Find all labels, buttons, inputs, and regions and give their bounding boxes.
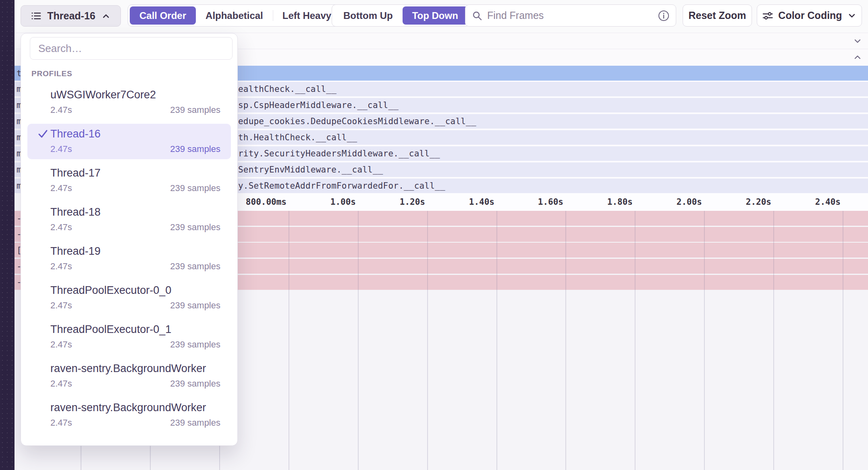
- profiles-section-label: PROFILES: [31, 69, 237, 78]
- profiler-flamegraph-screen: t m ealthCheck.__call__ m sp.CspHeaderMi…: [0, 0, 868, 470]
- profile-list-item[interactable]: ThreadPoolExecutor-0_0 2.47s 239 samples: [27, 280, 231, 316]
- time-gridline: [704, 211, 705, 470]
- checkmark-icon: [35, 363, 50, 374]
- app-sidebar-edge: [0, 0, 15, 470]
- profile-duration: 2.47s: [50, 261, 72, 272]
- time-axis-tick-label: 1.20s: [357, 197, 425, 207]
- flame-bar-function-name: rity.SecurityHeadersMiddleware.__call__: [238, 149, 440, 158]
- profiles-list: uWSGIWorker7Core2 2.47s 239 samples Thre…: [21, 85, 237, 433]
- checkmark-icon: [35, 207, 50, 218]
- profile-name: Thread-18: [50, 206, 101, 218]
- flame-bar-function-name: edupe_cookies.DedupeCookiesMiddleware.__…: [238, 116, 476, 126]
- profile-sample-count: 239 samples: [170, 222, 220, 233]
- time-axis-tick-label: 1.00s: [287, 197, 356, 207]
- checkmark-icon: [35, 129, 50, 139]
- profile-name: uWSGIWorker7Core2: [50, 89, 156, 101]
- flame-bar-function-name: th.HealthCheck.__call__: [238, 133, 357, 142]
- find-frames-input[interactable]: [486, 9, 654, 22]
- view-mode-option[interactable]: Bottom Up: [334, 6, 403, 25]
- profile-sample-count: 239 samples: [170, 418, 220, 428]
- checkmark-icon: [35, 246, 50, 257]
- time-gridline: [565, 211, 566, 470]
- profile-list-item[interactable]: Thread-17 2.47s 239 samples: [27, 163, 231, 198]
- flame-bar-function-name: y.SetRemoteAddrFromForwardedFor.__call__: [238, 181, 445, 191]
- profile-sample-count: 239 samples: [170, 144, 220, 154]
- profile-sample-count: 239 samples: [170, 105, 220, 115]
- search-icon: [472, 10, 482, 21]
- sort-mode-option[interactable]: Alphabetical: [196, 6, 273, 25]
- chevron-up-icon[interactable]: [853, 52, 862, 62]
- reset-zoom-label: Reset Zoom: [688, 10, 746, 21]
- profile-duration: 2.47s: [50, 378, 72, 389]
- checkmark-icon: [35, 402, 50, 413]
- dropdown-search-box[interactable]: [30, 37, 233, 60]
- profile-list-item[interactable]: uWSGIWorker7Core2 2.47s 239 samples: [27, 85, 231, 120]
- time-gridline: [843, 211, 843, 470]
- profile-sample-count: 239 samples: [170, 183, 220, 193]
- sort-mode-segmented-control: Call Order Alphabetical Left Heavy: [128, 4, 343, 27]
- profile-duration: 2.47s: [50, 418, 72, 428]
- time-gridline: [289, 211, 289, 470]
- view-mode-segmented-control: Bottom Up Top Down: [332, 4, 470, 27]
- list-icon: [31, 10, 42, 21]
- profile-sample-count: 239 samples: [170, 339, 220, 350]
- reset-zoom-button[interactable]: Reset Zoom: [683, 4, 752, 27]
- profile-name: Thread-19: [50, 245, 101, 258]
- profile-duration: 2.47s: [50, 183, 72, 193]
- profile-sample-count: 239 samples: [170, 261, 220, 272]
- chevron-up-icon: [101, 11, 111, 21]
- profile-sample-count: 239 samples: [170, 300, 220, 311]
- profile-name: raven-sentry.BackgroundWorker: [50, 401, 206, 414]
- flame-bar-function-name: SentryEnvMiddleware.__call__: [238, 165, 383, 175]
- profile-list-item[interactable]: raven-sentry.BackgroundWorker 2.47s 239 …: [27, 397, 231, 433]
- sliders-icon: [762, 10, 773, 21]
- checkmark-icon: [35, 89, 50, 100]
- thread-selector-button[interactable]: Thread-16: [21, 5, 121, 27]
- chevron-down-icon: [847, 11, 857, 21]
- view-mode-option[interactable]: Top Down: [403, 6, 468, 25]
- toolbar: Thread-16 Call Order Alphabetical Left H…: [15, 0, 868, 33]
- checkmark-icon: [35, 324, 50, 335]
- profile-duration: 2.47s: [50, 144, 72, 154]
- time-gridline: [773, 211, 774, 470]
- color-coding-button[interactable]: Color Coding: [757, 4, 862, 27]
- time-gridline: [496, 211, 497, 470]
- time-gridline: [358, 211, 359, 470]
- sort-mode-option[interactable]: Left Heavy: [273, 6, 341, 25]
- checkmark-icon: [35, 285, 50, 296]
- color-coding-label: Color Coding: [778, 10, 842, 21]
- profile-name: raven-sentry.BackgroundWorker: [50, 362, 206, 375]
- time-gridline: [635, 211, 635, 470]
- profile-list-item[interactable]: Thread-18 2.47s 239 samples: [27, 202, 231, 237]
- profiles-dropdown: PROFILES uWSGIWorker7Core2 2.47s 239 sam…: [21, 33, 238, 446]
- profile-name: ThreadPoolExecutor-0_1: [50, 323, 171, 336]
- profile-duration: 2.47s: [50, 222, 72, 233]
- profile-list-item[interactable]: Thread-16 2.47s 239 samples: [27, 124, 231, 159]
- time-axis-tick-label: 1.60s: [495, 197, 563, 207]
- profile-duration: 2.47s: [50, 339, 72, 350]
- profile-name: ThreadPoolExecutor-0_0: [50, 284, 171, 297]
- profile-duration: 2.47s: [50, 300, 72, 311]
- find-frames-search[interactable]: [465, 4, 676, 27]
- profile-name: Thread-17: [50, 167, 101, 179]
- time-axis-tick-label: 2.00s: [633, 197, 702, 207]
- time-axis-tick-label: 2.20s: [703, 197, 771, 207]
- time-axis-tick-label: 2.40s: [772, 197, 841, 207]
- thread-selector-label: Thread-16: [47, 10, 95, 22]
- profile-name: Thread-16: [50, 128, 101, 140]
- profile-list-item[interactable]: raven-sentry.BackgroundWorker 2.47s 239 …: [27, 358, 231, 394]
- profile-list-item[interactable]: ThreadPoolExecutor-0_1 2.47s 239 samples: [27, 319, 231, 355]
- profile-duration: 2.47s: [50, 105, 72, 115]
- profile-sample-count: 239 samples: [170, 378, 220, 389]
- flame-bar-function-name: sp.CspHeaderMiddleware.__call__: [238, 100, 399, 110]
- time-axis-tick-label: 1.40s: [426, 197, 494, 207]
- sort-mode-option[interactable]: Call Order: [130, 6, 196, 25]
- checkmark-icon: [35, 168, 50, 179]
- flame-bar-function-name: ealthCheck.__call__: [238, 84, 336, 94]
- profile-list-item[interactable]: Thread-19 2.47s 239 samples: [27, 241, 231, 277]
- time-gridline: [427, 211, 428, 470]
- time-axis-tick-label: 1.80s: [564, 197, 633, 207]
- chevron-down-icon[interactable]: [853, 36, 862, 46]
- dropdown-search-input[interactable]: [37, 42, 225, 55]
- info-icon[interactable]: [658, 10, 669, 21]
